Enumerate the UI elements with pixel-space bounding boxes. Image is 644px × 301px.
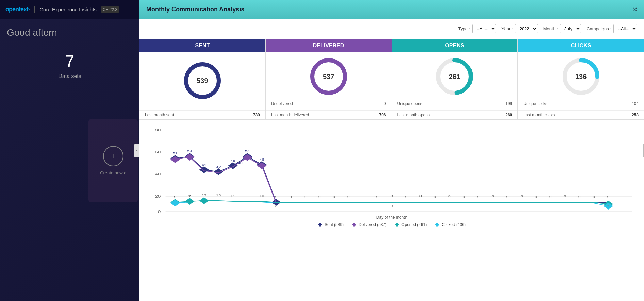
svg-text:9: 9	[347, 195, 350, 199]
svg-text:20: 20	[155, 194, 161, 198]
svg-text:60: 60	[155, 150, 161, 154]
undelivered-value: 0	[384, 101, 386, 106]
svg-text:9: 9	[477, 195, 480, 199]
clicks-body: 136 Unique clicks 104	[518, 52, 644, 110]
svg-text:8: 8	[448, 195, 451, 198]
svg-text:7: 7	[261, 215, 263, 215]
delivered-footer-value: 706	[379, 113, 386, 117]
delivered-row1: Undelivered 0	[271, 100, 386, 107]
svg-text:46: 46	[259, 158, 264, 161]
svg-text:4: 4	[217, 215, 220, 215]
svg-text:8: 8	[492, 195, 494, 198]
svg-text:12: 12	[331, 215, 337, 215]
sent-footer-label: Last month sent	[145, 113, 174, 117]
unique-opens-label: Unique opens	[397, 101, 423, 106]
campaigns-filter-group: Campaigns : --All--	[587, 24, 637, 33]
month-filter-group: Month : July	[543, 24, 581, 33]
svg-text:3: 3	[607, 205, 610, 208]
sent-header: Sent	[139, 39, 265, 52]
clicks-rows: Unique clicks 104	[523, 100, 639, 107]
opens-card: Opens 261 Unique opens 199	[392, 39, 518, 119]
svg-text:9: 9	[290, 195, 292, 199]
create-card[interactable]: + Create new c	[88, 119, 138, 202]
svg-text:28: 28	[562, 215, 568, 215]
plus-icon: +	[103, 146, 123, 166]
create-label: Create new c	[100, 170, 126, 175]
type-select[interactable]: --All--	[472, 24, 496, 33]
sent-body: 539	[139, 52, 265, 110]
opens-footer: Last month opens 260	[392, 110, 518, 119]
type-filter-group: Type : --All--	[458, 24, 496, 33]
svg-text:9: 9	[275, 195, 277, 199]
delivered-body: 537 Undelivered 0	[266, 52, 392, 110]
svg-marker-109	[395, 223, 399, 227]
opens-header: Opens	[392, 39, 518, 52]
svg-text:14: 14	[360, 215, 366, 215]
svg-marker-63	[199, 197, 209, 204]
sent-card: Sent 539 Last month sent 739	[139, 39, 266, 119]
data-label: Data sets	[7, 73, 133, 79]
svg-text:11: 11	[317, 215, 322, 215]
svg-text:40: 40	[238, 161, 243, 165]
delivered-card: Delivered 537 Undelivered 0	[266, 39, 392, 119]
svg-text:9: 9	[506, 195, 508, 199]
svg-text:3: 3	[391, 204, 393, 208]
svg-text:23: 23	[490, 215, 496, 215]
bg-content: Good aftern 7 Data sets	[0, 20, 139, 86]
svg-text:31: 31	[606, 215, 611, 215]
delivered-rows: Undelivered 0	[271, 100, 386, 107]
svg-text:9: 9	[535, 195, 537, 199]
year-select[interactable]: 2022	[515, 24, 538, 33]
svg-text:9: 9	[593, 195, 595, 199]
collapse-arrow[interactable]: ‹	[134, 144, 139, 157]
opens-row1: Unique opens 199	[397, 100, 512, 107]
svg-marker-60	[257, 162, 266, 169]
svg-text:27: 27	[548, 215, 553, 215]
svg-text:9: 9	[376, 195, 379, 199]
greeting-text: Good aftern	[7, 27, 133, 38]
svg-text:80: 80	[155, 128, 161, 132]
clicks-footer: Last month clicks 258	[518, 110, 644, 119]
legend-delivered: Delivered (537)	[352, 222, 386, 227]
delivered-value: 537	[323, 73, 334, 81]
svg-text:54: 54	[187, 150, 192, 153]
campaigns-select[interactable]: --All--	[613, 24, 637, 33]
clicks-footer-value: 258	[632, 113, 639, 117]
svg-text:3: 3	[275, 204, 277, 208]
stats-row: Sent 539 Last month sent 739	[139, 39, 644, 120]
app-title: Core Experience Insights	[39, 6, 97, 12]
clicks-header: Clicks	[518, 39, 644, 52]
svg-text:9: 9	[289, 215, 292, 215]
chart-area: 80 60 40 20 0 1 2 3 4 5 6 7 8 9 10 11 12…	[139, 120, 644, 301]
delivered-donut: 537	[308, 56, 349, 97]
legend-clicked-label: Clicked (136)	[442, 222, 466, 227]
type-label: Type :	[458, 26, 470, 31]
svg-text:40: 40	[155, 172, 161, 176]
sent-footer-value: 739	[253, 113, 260, 117]
legend-opened: Opened (261)	[395, 222, 427, 227]
svg-text:6: 6	[246, 215, 249, 215]
svg-marker-57	[170, 156, 180, 163]
svg-text:9: 9	[174, 195, 176, 199]
month-select[interactable]: July	[560, 24, 581, 33]
app-header: opentext· | Core Experience Insights CE …	[0, 0, 139, 19]
svg-text:10: 10	[302, 215, 308, 215]
modal-overlay: Monthly Communication Analysis × Type : …	[139, 0, 644, 301]
svg-text:8: 8	[275, 215, 278, 215]
svg-text:18: 18	[418, 215, 424, 215]
sent-value: 539	[197, 77, 208, 84]
filters-row: Type : --All-- Year : 2022 Month : July …	[139, 19, 644, 39]
opens-rows: Unique opens 199	[397, 100, 512, 107]
modal: Monthly Communication Analysis × Type : …	[139, 0, 644, 301]
sent-footer: Last month sent 739	[139, 110, 265, 119]
svg-marker-65	[170, 200, 180, 206]
close-button[interactable]: ×	[633, 6, 637, 13]
svg-text:9: 9	[434, 195, 436, 199]
svg-text:30: 30	[591, 215, 597, 215]
svg-text:45: 45	[231, 159, 235, 162]
modal-title: Monthly Communication Analysis	[146, 6, 244, 13]
svg-text:1: 1	[174, 215, 177, 215]
svg-text:9: 9	[463, 195, 465, 199]
campaigns-label: Campaigns :	[587, 26, 611, 31]
clicks-row1: Unique clicks 104	[523, 100, 639, 107]
